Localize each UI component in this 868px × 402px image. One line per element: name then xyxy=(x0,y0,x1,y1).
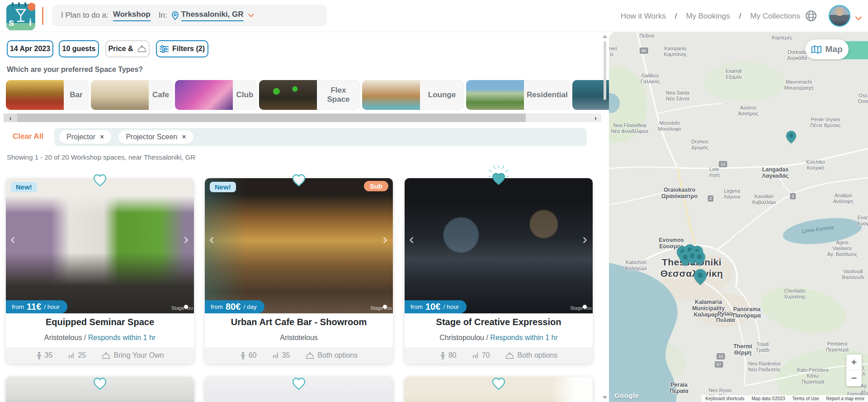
listing-photo[interactable]: ‹ › from 10€ / hour StageYourIdea xyxy=(405,178,593,313)
photo-watermark: StageYourIdea xyxy=(570,305,592,311)
favorite-heart-icon[interactable] xyxy=(93,378,107,390)
list-scrollbar-thumb[interactable] xyxy=(604,41,606,100)
filters-button[interactable]: Filters (2) xyxy=(156,40,208,57)
listing-card-partial[interactable] xyxy=(6,377,194,402)
list-scroll-down-icon[interactable] xyxy=(603,396,607,399)
carousel-prev-icon[interactable]: ‹ xyxy=(10,232,15,246)
space-type-card-flex-space[interactable]: Flex Space xyxy=(259,80,360,110)
plan-search-bar[interactable]: I Plan to do a: Workshop In: Thessalonik… xyxy=(52,5,327,26)
map-place-label: Πεδινό xyxy=(639,33,654,39)
map-place-label: KavallariΚαβαλλάρι xyxy=(752,194,776,205)
svg-text:i: i xyxy=(29,17,32,28)
nav-my-bookings[interactable]: My Bookings xyxy=(686,12,730,21)
map-attribution-link[interactable]: Terms of Use xyxy=(793,396,819,401)
map-attribution-link[interactable]: Report a map error xyxy=(826,396,864,401)
account-chevron-down-icon[interactable] xyxy=(855,14,862,22)
clear-all-button[interactable]: Clear All xyxy=(13,132,43,141)
chevron-right-icon: › xyxy=(594,114,597,122)
listing-title[interactable]: Equipped Seminar Space xyxy=(6,317,194,327)
map-marker-pin[interactable] xyxy=(694,269,707,285)
carousel-prev-icon[interactable]: ‹ xyxy=(209,232,214,246)
nav-separator: / xyxy=(739,12,741,21)
nav-how-it-works[interactable]: How it Works xyxy=(621,12,666,21)
user-avatar[interactable] xyxy=(829,5,850,27)
activity-select[interactable]: Workshop xyxy=(113,10,151,21)
listing-title[interactable]: Stage of Creative Expression xyxy=(405,317,593,327)
map-place-label: LeteΛητή xyxy=(709,166,720,178)
map-marker-pin[interactable] xyxy=(693,251,705,266)
chair-icon xyxy=(472,352,479,359)
map-place-label: Kato PeristeraΚάτωΠεριστερά xyxy=(797,367,829,385)
listing-card-partial[interactable] xyxy=(405,377,593,402)
standing-capacity-value: 35 xyxy=(45,351,53,359)
listing-photo[interactable]: New! ‹ › from 11€ / hour StageYourIdea xyxy=(6,178,194,313)
favorite-heart-icon[interactable] xyxy=(292,174,306,187)
filters-button-label: Filters (2) xyxy=(172,45,205,53)
chevron-left-icon: ‹ xyxy=(9,114,12,122)
location-value[interactable]: Thessaloniki, GR xyxy=(181,10,244,21)
listing-title[interactable]: Urban Art Cafe Bar - Showroom xyxy=(205,317,393,327)
listing-stats-bar: 80 70 Both options xyxy=(405,347,593,364)
map-place-label: MonolofoΜονόλοφο xyxy=(658,120,681,132)
listing-card[interactable]: New! Sub ‹ › from 80€ / day StageYourIde… xyxy=(205,178,393,364)
price-catering-filter-button[interactable]: Price & xyxy=(105,40,150,57)
listing-photo[interactable]: New! Sub ‹ › from 80€ / day StageYourIde… xyxy=(205,178,393,313)
map-place-label: Καρτερές xyxy=(772,35,792,41)
favorite-heart-icon[interactable] xyxy=(292,378,306,390)
date-filter-button[interactable]: 14 Apr 2023 xyxy=(7,40,53,57)
person-icon xyxy=(240,352,246,359)
guests-filter-button[interactable]: 10 guests xyxy=(59,40,99,57)
carousel-next-icon[interactable]: › xyxy=(184,232,189,246)
price-value: 10€ xyxy=(425,302,440,312)
space-type-card-cafe[interactable]: Cafe xyxy=(91,80,173,110)
map-place-label: Nea SantaΝέα Σάντα xyxy=(666,90,689,102)
carousel-prev-icon[interactable]: ‹ xyxy=(409,232,414,246)
listing-card[interactable]: ‹ › from 10€ / hour StageYourIdea St xyxy=(405,178,593,364)
space-type-label: Residential xyxy=(524,90,570,99)
listing-card-partial[interactable] xyxy=(205,377,393,402)
cloche-icon xyxy=(101,352,111,359)
map-panel[interactable]: ΠεδινόΚαρτερέςoneriisKampanisΚαμπάνηςDor… xyxy=(609,32,868,402)
map-place-label: AssirosΆσσηρος xyxy=(738,105,759,117)
favorite-heart-filled-icon[interactable] xyxy=(489,166,509,186)
top-nav: How it Works / My Bookings / My Collecti… xyxy=(621,0,800,32)
list-scrollbar[interactable] xyxy=(602,32,608,402)
club-photo xyxy=(175,80,233,110)
space-type-scrollbar: ‹ › xyxy=(0,114,609,122)
location-select[interactable]: Thessaloniki, GR xyxy=(172,10,254,21)
space-type-card-bar[interactable]: Bar xyxy=(6,80,89,110)
list-scroll-up-icon[interactable] xyxy=(603,35,607,38)
zoom-out-button[interactable]: − xyxy=(846,370,862,386)
nav-my-collections[interactable]: My Collections xyxy=(750,12,800,21)
map-place-label: GallikosΓαλλικός xyxy=(641,73,660,85)
new-badge: New! xyxy=(11,182,37,192)
listing-card[interactable]: New! ‹ › from 11€ / hour StageYourIdea E… xyxy=(6,178,194,364)
map-place-label: ThermiΘέρμη xyxy=(733,343,752,356)
chip-remove-icon[interactable]: × xyxy=(182,133,186,141)
syi-logo[interactable]: s i xyxy=(6,2,35,30)
catering-option: Bring Your Own xyxy=(101,351,164,359)
map-toggle-button[interactable]: Map xyxy=(805,39,849,59)
language-globe-icon[interactable] xyxy=(805,9,817,22)
standing-capacity: 60 xyxy=(240,351,257,359)
favorite-heart-icon[interactable] xyxy=(492,378,505,390)
space-type-card-residential[interactable]: Residential xyxy=(466,80,570,110)
carousel-next-icon[interactable]: › xyxy=(382,232,387,246)
chip-remove-icon[interactable]: × xyxy=(100,133,104,141)
syi-logo-icon: s i xyxy=(6,2,35,30)
scrollbar-thumb[interactable] xyxy=(17,114,526,122)
carousel-next-icon[interactable]: › xyxy=(582,232,587,246)
scroll-right-button[interactable]: › xyxy=(590,114,601,122)
map-place-label: DrymosΔρυμός xyxy=(691,139,708,151)
space-type-card-lounge[interactable]: Lounge xyxy=(362,80,464,110)
favorite-heart-icon[interactable] xyxy=(93,174,107,187)
filter-chip[interactable]: Projector× xyxy=(59,130,111,144)
map-attribution-link[interactable]: Map data ©2023 xyxy=(752,396,785,401)
filter-chip[interactable]: Projector Sceen× xyxy=(118,130,193,144)
scroll-left-button[interactable]: ‹ xyxy=(4,114,17,122)
zoom-in-button[interactable]: + xyxy=(846,355,862,370)
price-unit-label: / hour xyxy=(44,303,60,310)
space-type-card-club[interactable]: Club xyxy=(175,80,257,110)
map-attribution-link[interactable]: Keyboard shortcuts xyxy=(705,396,744,401)
map-marker-pin[interactable] xyxy=(786,131,796,143)
